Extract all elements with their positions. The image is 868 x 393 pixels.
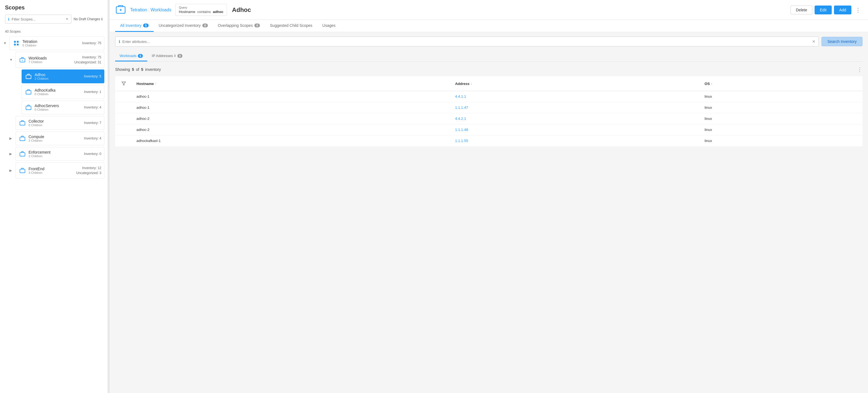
frontend-icon [19,167,26,174]
filter-clear-icon[interactable]: × [66,17,68,21]
adhoc-chevron[interactable]: ▼ [16,74,21,78]
add-button[interactable]: Add [834,5,851,14]
top-header: Tetration : Workloads Query Hostname con… [110,0,868,20]
address-column-header[interactable]: Address ↕ [451,77,700,91]
tetration-meta: Inventory: 75 [82,41,101,46]
tab-uncategorized-inventory[interactable]: Uncategorized Inventory 0 [154,20,213,32]
address-cell[interactable]: 1.1.1.48 [451,124,700,135]
os-cell: linux [700,124,863,135]
frontend-children: 3 Children [29,171,74,174]
filter-icon-button[interactable] [120,80,128,87]
tab-all-inventory[interactable]: All Inventory 5 [115,20,154,32]
hostname-column-header[interactable]: Hostname ↑ [132,77,451,91]
address-cell[interactable]: 1.1.1.55 [451,135,700,146]
svg-rect-0 [14,41,16,42]
workloads-chevron[interactable]: ▼ [9,58,14,62]
search-input-wrap[interactable]: ℹ × [115,36,819,47]
scope-item-tetration[interactable]: Tetration 5 Children Inventory: 75 [9,36,104,50]
ip-link[interactable]: 1.1.1.55 [455,139,468,143]
edit-button[interactable]: Edit [814,5,832,14]
adhocservers-icon [25,103,32,111]
os-cell: linux [700,135,863,146]
tetration-icon [12,39,20,47]
ip-link[interactable]: 4.4.2.1 [455,117,466,121]
address-cell[interactable]: 4.4.1.1 [451,91,700,102]
row-filter-cell [116,124,132,135]
inventory-table: Hostname ↑ Address ↕ OS ↕ [115,76,863,146]
workloads-meta: Inventory: 75 Uncategorized: 31 [74,55,101,65]
adhocservers-info: AdhocServers 0 Children [35,103,82,111]
breadcrumb: Tetration : Workloads [130,7,171,12]
table-row: adhoc-1 4.4.1.1 linux [116,91,863,102]
scope-item-compute[interactable]: Compute 2 Children Inventory: 4 [16,131,104,145]
svg-rect-7 [26,91,31,94]
row-filter-cell [116,91,132,102]
table-more-options[interactable]: ⋮ [857,66,863,73]
more-options-button[interactable]: ⋮ [854,5,863,14]
address-cell[interactable]: 1.1.1.47 [451,102,700,113]
hostname-cell: adhockafkaxl-1 [132,135,451,146]
delete-button[interactable]: Delete [790,5,812,14]
tab-usages[interactable]: Usages [317,20,340,32]
scope-item-workloads[interactable]: Workloads 7 Children Inventory: 75 Uncat… [16,52,104,68]
compute-chevron[interactable]: ▶ [9,137,14,140]
sidebar-title: Scopes [5,4,103,11]
search-input[interactable] [122,39,810,44]
svg-rect-2 [14,44,16,46]
enforcement-chevron[interactable]: ▶ [9,152,14,156]
adhocservers-children: 0 Children [35,108,82,111]
query-label: Query [179,6,223,9]
adhocservers-meta: Inventory: 4 [84,105,101,110]
search-inventory-button[interactable]: Search Inventory [822,37,863,46]
adhockafka-icon [25,88,32,96]
ip-link[interactable]: 4.4.1.1 [455,94,466,98]
tab-overlapping-scopes[interactable]: Overlapping Scopes 0 [213,20,265,32]
ip-link[interactable]: 1.1.1.47 [455,105,468,110]
info-icon: ℹ [8,17,9,21]
overlapping-badge: 0 [254,24,260,27]
scope-item-collector[interactable]: Collector 0 Children Inventory: 7 [16,116,104,130]
ip-link[interactable]: 1.1.1.48 [455,128,468,132]
enforcement-meta: Inventory: 0 [84,151,101,156]
workloads-name: Workloads [29,56,72,60]
tab-suggested-child-scopes[interactable]: Suggested Child Scopes [265,20,317,32]
svg-rect-11 [20,152,25,156]
tetration-children: 5 Children [23,44,80,47]
breadcrumb-tetration[interactable]: Tetration [130,7,147,12]
row-filter-cell [116,135,132,146]
frontend-name: FrontEnd [29,167,74,171]
address-cell[interactable]: 4.4.2.1 [451,113,700,124]
workloads-sub-badge: 5 [138,54,143,58]
scope-item-adhockafka[interactable]: AdhocKafka 0 Children Inventory: 1 [22,85,104,99]
filter-scopes-input[interactable]: ℹ × [5,15,71,24]
address-sort-icon: ↕ [470,82,472,85]
tetration-chevron[interactable]: ▼ [3,41,8,45]
draft-notice: No Draft Changes ℹ [73,17,103,21]
scope-item-frontend[interactable]: FrontEnd 3 Children Inventory: 12 Uncate… [16,162,104,179]
collector-name: Collector [29,119,82,123]
sub-tab-ip-addresses[interactable]: IP Addresses ℹ 0 [147,51,187,61]
ip-addresses-info-icon: ℹ [175,54,176,58]
scope-item-adhocservers[interactable]: AdhocServers 0 Children Inventory: 4 [22,100,104,114]
filter-scopes-field[interactable] [11,17,64,21]
adhocservers-name: AdhocServers [35,103,82,108]
scope-item-enforcement[interactable]: Enforcement 2 Children Inventory: 0 [16,147,104,161]
collector-children: 0 Children [29,123,82,127]
os-column-header[interactable]: OS ↕ [700,77,863,91]
row-filter-cell [116,113,132,124]
collector-info: Collector 0 Children [29,119,82,127]
breadcrumb-workloads[interactable]: Workloads [151,7,171,12]
search-clear-icon[interactable]: × [812,39,815,44]
enforcement-children: 2 Children [29,154,82,158]
compute-meta: Inventory: 4 [84,136,101,141]
scope-item-adhoc[interactable]: Adhoc 2 Children Inventory: 5 [22,69,104,83]
frontend-chevron[interactable]: ▶ [9,169,14,173]
row-filter-cell [116,102,132,113]
scope-icon-main [115,4,126,16]
filter-column-header [116,77,132,91]
hostname-cell: adhoc-1 [132,102,451,113]
collector-icon [19,119,26,127]
compute-icon [19,134,26,142]
sub-tab-workloads[interactable]: Workloads 5 [115,51,147,61]
os-sort-icon: ↕ [711,82,712,85]
